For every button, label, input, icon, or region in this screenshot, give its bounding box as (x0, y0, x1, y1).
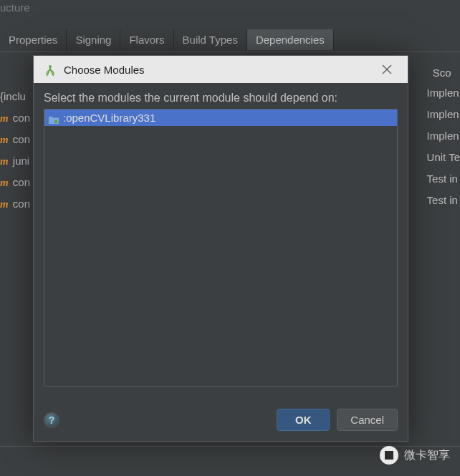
help-icon[interactable]: ? (44, 412, 59, 428)
module-list-item[interactable]: :openCVLibrary331 (44, 110, 397, 126)
module-m-icon: m (0, 112, 9, 124)
row-text: con (10, 176, 30, 188)
row-text: con (10, 198, 30, 210)
scope-value[interactable]: Implen (424, 104, 460, 125)
dialog-title: Choose Modules (64, 64, 369, 76)
tab-flavors[interactable]: Flavors (120, 29, 173, 50)
cancel-button[interactable]: Cancel (337, 409, 398, 431)
table-row[interactable]: {inclu (0, 86, 30, 107)
dependency-list-left: {inclu m con m con m juni m con m con (0, 86, 30, 215)
module-m-icon: m (0, 155, 9, 167)
tab-build-types[interactable]: Build Types (174, 29, 247, 50)
module-m-icon: m (0, 134, 9, 145)
scope-value[interactable]: Test in (424, 190, 460, 211)
row-text: con (10, 133, 30, 145)
svg-rect-4 (54, 120, 57, 123)
watermark-icon (380, 446, 398, 465)
dialog-body: Select the modules the current module sh… (34, 83, 408, 395)
tabs-row: Properties Signing Flavors Build Types D… (0, 29, 334, 50)
scope-value[interactable]: Implen (424, 82, 460, 104)
close-icon[interactable] (376, 59, 398, 80)
tab-signing[interactable]: Signing (67, 29, 120, 50)
table-row[interactable]: m con (0, 193, 30, 215)
module-m-icon: m (0, 177, 9, 188)
dialog-buttons: OK Cancel (277, 409, 398, 431)
dialog-footer: ? OK Cancel (44, 409, 398, 431)
watermark: 微卡智享 (380, 446, 450, 465)
table-row[interactable]: m juni (0, 150, 30, 172)
scope-value[interactable]: Implen (424, 125, 460, 147)
table-row[interactable]: m con (0, 129, 30, 150)
divider (0, 52, 460, 52)
module-folder-icon (49, 114, 59, 122)
row-text: con (10, 112, 30, 124)
scope-column: Sco Implen Implen Implen Unit Te Test in… (424, 63, 460, 211)
ok-button[interactable]: OK (277, 409, 330, 431)
module-list[interactable]: :openCVLibrary331 (44, 109, 398, 387)
watermark-text: 微卡智享 (404, 448, 450, 463)
window-title: ucture (0, 1, 30, 14)
row-text: {inclu (0, 90, 26, 102)
module-item-label: :openCVLibrary331 (63, 112, 155, 124)
module-m-icon: m (0, 198, 9, 210)
tab-properties[interactable]: Properties (0, 29, 67, 50)
table-row[interactable]: m con (0, 172, 30, 193)
scope-value[interactable]: Test in (424, 168, 460, 190)
dialog-prompt: Select the modules the current module sh… (44, 92, 398, 105)
android-studio-icon (44, 63, 57, 76)
dialog-titlebar[interactable]: Choose Modules (34, 56, 408, 83)
table-row[interactable]: m con (0, 107, 30, 129)
choose-modules-dialog: Choose Modules Select the modules the cu… (33, 55, 408, 442)
tab-dependencies[interactable]: Dependencies (247, 29, 334, 50)
scope-header: Sco (424, 63, 460, 82)
scope-value[interactable]: Unit Te (424, 147, 460, 168)
row-text: juni (10, 155, 30, 167)
